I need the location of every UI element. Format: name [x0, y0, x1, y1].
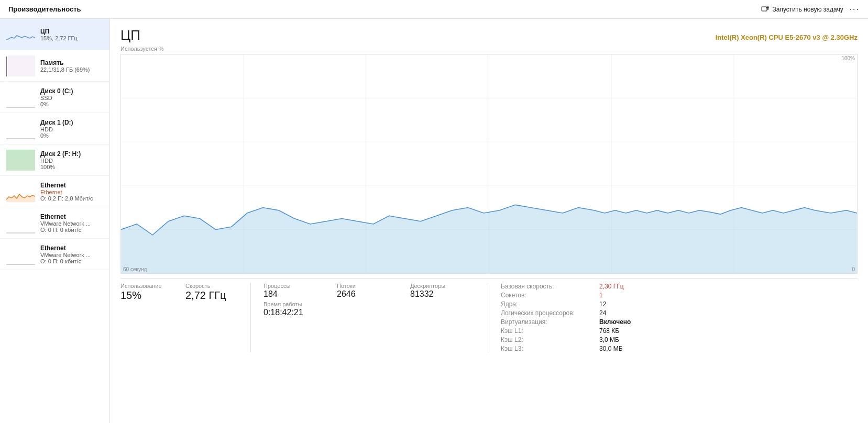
- usage-value: 15%: [120, 289, 173, 302]
- content-area: ЦП Intel(R) Xeon(R) CPU E5-2670 v3 @ 2.3…: [110, 19, 868, 423]
- handles-label: Дескрипторы: [410, 283, 463, 289]
- stat-multi-group: Процессы 184 Потоки 2646 Дескрипторы 813…: [263, 283, 475, 352]
- more-button[interactable]: ···: [850, 5, 860, 14]
- sidebar-disk0-name: Диск 0 (C:): [40, 87, 103, 95]
- sidebar-item-eth2[interactable]: Ethernet VMware Network ... О: 0 П: 0 кб…: [0, 207, 109, 239]
- threads-label: Потоки: [337, 283, 389, 289]
- new-task-icon: [761, 5, 770, 14]
- eth2-mini-chart: [6, 213, 35, 233]
- sidebar-cpu-value: 15%, 2,72 ГГц: [40, 35, 103, 41]
- section-title: ЦП: [120, 27, 140, 43]
- app-header: Производительность Запустить новую задач…: [0, 0, 868, 19]
- eth1-mini-chart: [6, 181, 35, 202]
- right-stat-sockets: Сокетов: 1: [501, 292, 631, 299]
- eth3-mini-chart: [6, 244, 35, 265]
- uptime-label: Время работы: [263, 301, 463, 307]
- sidebar-disk1-type: HDD: [40, 126, 103, 132]
- svg-marker-5: [6, 150, 35, 171]
- speed-label: Скорость: [185, 283, 238, 289]
- sidebar-disk1-info: Диск 1 (D:) HDD 0%: [40, 119, 103, 139]
- processes-value: 184: [263, 289, 316, 299]
- stat-speed: Скорость 2,72 ГГц: [185, 283, 238, 352]
- sidebar-disk0-value: 0%: [40, 101, 103, 107]
- divider: [250, 283, 251, 352]
- svg-rect-4: [8, 55, 35, 76]
- right-stats: Базовая скорость: 2,30 ГГц Сокетов: 1 Яд…: [501, 283, 631, 352]
- sidebar-disk1-value: 0%: [40, 132, 103, 139]
- cpu-chart-svg: [121, 54, 857, 273]
- right-stat-l3: Кэш L3: 30,0 МБ: [501, 345, 631, 352]
- sidebar-eth2-name: Ethernet: [40, 213, 103, 220]
- disk1-mini-chart: [6, 118, 35, 139]
- stat-threads: Потоки 2646: [337, 283, 389, 299]
- chart-y-max: 100%: [841, 55, 855, 61]
- new-task-label: Запустить новую задачу: [773, 6, 843, 13]
- header-actions: Запустить новую задачу ···: [761, 5, 860, 14]
- right-stat-l2: Кэш L2: 3,0 МБ: [501, 336, 631, 343]
- stat-usage: Использование 15%: [120, 283, 173, 352]
- sidebar-eth1-info: Ethernet Ethernet О: 0,2 П: 2,0 Мбит/с: [40, 182, 103, 202]
- right-stat-logical: Логических процессоров: 24: [501, 309, 631, 317]
- sidebar-disk1-name: Диск 1 (D:): [40, 119, 103, 126]
- app-title: Производительность: [8, 5, 81, 13]
- sidebar-eth2-info: Ethernet VMware Network ... О: 0 П: 0 кб…: [40, 213, 103, 233]
- usage-label: Использование: [120, 283, 173, 289]
- sidebar-memory-name: Память: [40, 59, 103, 66]
- sidebar-eth2-value: О: 0 П: 0 кбит/с: [40, 227, 103, 233]
- sidebar-eth3-adapter: VMware Network ...: [40, 252, 103, 258]
- sidebar-memory-value: 22,1/31,8 ГБ (69%): [40, 66, 103, 73]
- chart-time-label: 60 секунд: [123, 266, 147, 272]
- sidebar-item-disk1[interactable]: Диск 1 (D:) HDD 0%: [0, 113, 109, 144]
- threads-value: 2646: [337, 289, 389, 299]
- sidebar-eth1-name: Ethernet: [40, 182, 103, 189]
- right-stat-l1: Кэш L1: 768 КБ: [501, 327, 631, 335]
- sidebar-eth3-info: Ethernet VMware Network ... О: 0 П: 0 кб…: [40, 244, 103, 264]
- cpu-model: Intel(R) Xeon(R) CPU E5-2670 v3 @ 2.30GH…: [716, 34, 858, 41]
- stat-handles: Дескрипторы 81332: [410, 283, 463, 299]
- sidebar: ЦП 15%, 2,72 ГГц Память 22,1/31,8 ГБ (69…: [0, 19, 110, 423]
- chart-y-label: Используется %: [120, 46, 858, 52]
- sidebar-eth3-value: О: 0 П: 0 кбит/с: [40, 258, 103, 264]
- uptime-value: 0:18:42:21: [263, 307, 463, 317]
- divider2: [488, 283, 488, 352]
- svg-marker-18: [121, 205, 857, 273]
- sidebar-cpu-info: ЦП 15%, 2,72 ГГц: [40, 28, 103, 41]
- sidebar-disk2-name: Диск 2 (F: H:): [40, 150, 103, 158]
- svg-rect-0: [762, 7, 767, 11]
- cpu-chart-container: 100% 0 60 секунд: [120, 54, 858, 274]
- right-stat-cores: Ядра: 12: [501, 300, 631, 308]
- speed-value: 2,72 ГГц: [185, 289, 238, 302]
- sidebar-disk2-value: 100%: [40, 164, 103, 170]
- sidebar-eth1-value: О: 0,2 П: 2,0 Мбит/с: [40, 195, 103, 202]
- right-stat-base-speed: Базовая скорость: 2,30 ГГц: [501, 283, 631, 290]
- processes-label: Процессы: [263, 283, 316, 289]
- sidebar-item-cpu[interactable]: ЦП 15%, 2,72 ГГц: [0, 19, 109, 50]
- handles-value: 81332: [410, 289, 463, 299]
- sidebar-disk2-info: Диск 2 (F: H:) HDD 100%: [40, 150, 103, 170]
- cpu-mini-chart: [6, 24, 35, 45]
- new-task-button[interactable]: Запустить новую задачу: [761, 5, 843, 14]
- sidebar-eth1-adapter: Ethernet: [40, 189, 103, 195]
- stats-section: Использование 15% Скорость 2,72 ГГц Проц…: [120, 278, 858, 352]
- sidebar-item-eth3[interactable]: Ethernet VMware Network ... О: 0 П: 0 кб…: [0, 239, 109, 270]
- content-header: ЦП Intel(R) Xeon(R) CPU E5-2670 v3 @ 2.3…: [120, 27, 858, 43]
- memory-mini-chart: [6, 55, 35, 76]
- process-thread-handles-row: Процессы 184 Потоки 2646 Дескрипторы 813…: [263, 283, 475, 299]
- sidebar-eth3-name: Ethernet: [40, 244, 103, 252]
- sidebar-eth2-adapter: VMware Network ...: [40, 220, 103, 227]
- sidebar-disk0-info: Диск 0 (C:) SSD 0%: [40, 87, 103, 107]
- main-layout: ЦП 15%, 2,72 ГГц Память 22,1/31,8 ГБ (69…: [0, 19, 868, 423]
- chart-y-zero: 0: [852, 266, 855, 272]
- disk2-mini-chart: [6, 150, 35, 171]
- sidebar-memory-info: Память 22,1/31,8 ГБ (69%): [40, 59, 103, 73]
- sidebar-item-memory[interactable]: Память 22,1/31,8 ГБ (69%): [0, 50, 109, 82]
- sidebar-item-eth1[interactable]: Ethernet Ethernet О: 0,2 П: 2,0 Мбит/с: [0, 176, 109, 207]
- sidebar-item-disk2[interactable]: Диск 2 (F: H:) HDD 100%: [0, 144, 109, 176]
- stat-uptime: Время работы 0:18:42:21: [263, 301, 463, 317]
- disk0-mini-chart: [6, 87, 35, 108]
- stat-processes: Процессы 184: [263, 283, 316, 299]
- right-stat-virt: Виртуализация: Включено: [501, 318, 631, 326]
- sidebar-item-disk0[interactable]: Диск 0 (C:) SSD 0%: [0, 82, 109, 113]
- sidebar-disk0-type: SSD: [40, 95, 103, 101]
- sidebar-disk2-type: HDD: [40, 158, 103, 164]
